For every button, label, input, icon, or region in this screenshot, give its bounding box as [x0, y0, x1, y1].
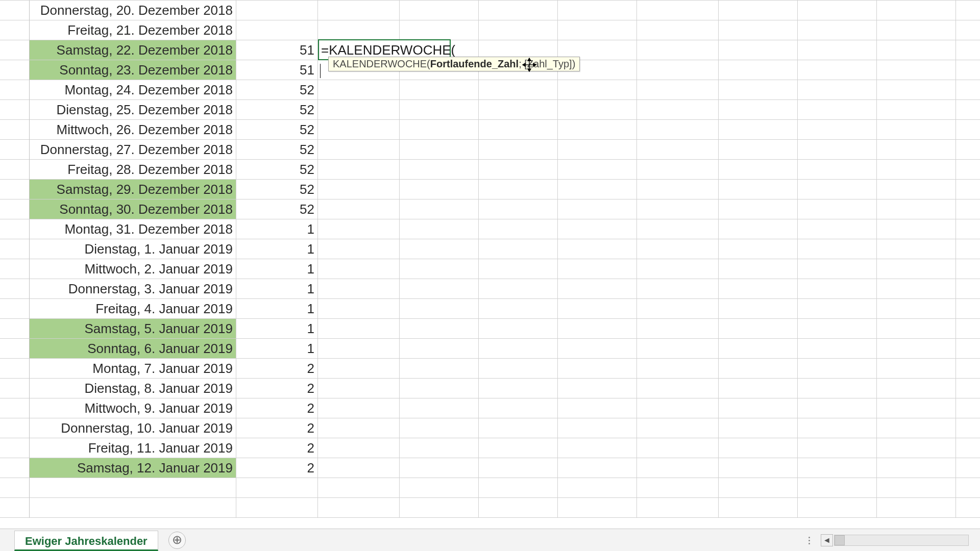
- empty-cell[interactable]: [877, 120, 956, 140]
- empty-cell[interactable]: [400, 458, 479, 478]
- empty-cell[interactable]: [719, 60, 798, 80]
- empty-cell[interactable]: [956, 359, 980, 379]
- empty-cell[interactable]: [877, 418, 956, 438]
- empty-cell[interactable]: [318, 259, 400, 279]
- empty-cell[interactable]: [318, 458, 400, 478]
- date-cell[interactable]: Montag, 24. Dezember 2018: [30, 80, 236, 100]
- empty-cell[interactable]: [798, 458, 877, 478]
- empty-cell[interactable]: [479, 20, 558, 40]
- empty-cell[interactable]: [956, 299, 980, 319]
- empty-cell[interactable]: [798, 418, 877, 438]
- empty-cell[interactable]: [877, 1, 956, 20]
- empty-cell[interactable]: [479, 438, 558, 458]
- empty-cell[interactable]: [637, 319, 719, 339]
- row-header-cell[interactable]: [0, 60, 30, 80]
- date-cell[interactable]: Samstag, 22. Dezember 2018: [30, 40, 236, 60]
- row-header-cell[interactable]: [0, 398, 30, 418]
- empty-cell[interactable]: [877, 160, 956, 180]
- empty-cell[interactable]: [798, 199, 877, 219]
- empty-cell[interactable]: [719, 458, 798, 478]
- date-cell[interactable]: Freitag, 28. Dezember 2018: [30, 160, 236, 180]
- empty-cell[interactable]: [400, 418, 479, 438]
- empty-cell[interactable]: [318, 20, 400, 40]
- empty-cell[interactable]: [558, 219, 637, 239]
- empty-cell[interactable]: [719, 199, 798, 219]
- empty-cell[interactable]: [798, 100, 877, 120]
- week-number-cell[interactable]: 1: [236, 239, 318, 259]
- empty-cell[interactable]: [318, 478, 400, 498]
- empty-cell[interactable]: [479, 339, 558, 359]
- empty-cell[interactable]: [956, 418, 980, 438]
- row-header-cell[interactable]: [0, 160, 30, 180]
- week-number-cell[interactable]: 2: [236, 458, 318, 478]
- row-header-cell[interactable]: [0, 120, 30, 140]
- empty-cell[interactable]: [877, 20, 956, 40]
- row-header-cell[interactable]: [0, 299, 30, 319]
- empty-cell[interactable]: [719, 438, 798, 458]
- row-header-cell[interactable]: [0, 100, 30, 120]
- empty-cell[interactable]: [719, 299, 798, 319]
- empty-cell[interactable]: [798, 40, 877, 60]
- date-cell[interactable]: Mittwoch, 9. Januar 2019: [30, 398, 236, 418]
- empty-cell[interactable]: [637, 438, 719, 458]
- empty-cell[interactable]: [400, 379, 479, 398]
- row-header-cell[interactable]: [0, 418, 30, 438]
- empty-cell[interactable]: [318, 140, 400, 160]
- empty-cell[interactable]: [877, 140, 956, 160]
- row-header-cell[interactable]: [0, 478, 30, 498]
- week-number-cell[interactable]: 52: [236, 140, 318, 160]
- empty-cell[interactable]: [719, 478, 798, 498]
- empty-cell[interactable]: [558, 259, 637, 279]
- empty-cell[interactable]: [479, 319, 558, 339]
- empty-cell[interactable]: [558, 180, 637, 199]
- empty-cell[interactable]: [877, 60, 956, 80]
- empty-cell[interactable]: [877, 379, 956, 398]
- week-number-cell[interactable]: 52: [236, 120, 318, 140]
- empty-cell[interactable]: [479, 498, 558, 518]
- row-header-cell[interactable]: [0, 458, 30, 478]
- empty-cell[interactable]: [479, 398, 558, 418]
- empty-cell[interactable]: [719, 339, 798, 359]
- empty-cell[interactable]: [798, 359, 877, 379]
- empty-cell[interactable]: [877, 259, 956, 279]
- week-number-cell[interactable]: [236, 1, 318, 20]
- empty-cell[interactable]: [400, 239, 479, 259]
- empty-cell[interactable]: [956, 458, 980, 478]
- empty-cell[interactable]: [877, 339, 956, 359]
- empty-cell[interactable]: [558, 199, 637, 219]
- empty-cell[interactable]: [479, 140, 558, 160]
- empty-cell[interactable]: [318, 359, 400, 379]
- empty-cell[interactable]: [558, 359, 637, 379]
- empty-cell[interactable]: [400, 339, 479, 359]
- empty-cell[interactable]: [798, 239, 877, 259]
- empty-cell[interactable]: [877, 498, 956, 518]
- row-header-cell[interactable]: [0, 359, 30, 379]
- empty-cell[interactable]: [400, 319, 479, 339]
- empty-cell[interactable]: [877, 40, 956, 60]
- empty-cell[interactable]: [637, 180, 719, 199]
- empty-cell[interactable]: [400, 140, 479, 160]
- week-number-cell[interactable]: 51: [236, 40, 318, 60]
- empty-cell[interactable]: [956, 80, 980, 100]
- empty-cell[interactable]: [719, 418, 798, 438]
- empty-cell[interactable]: [637, 40, 719, 60]
- empty-cell[interactable]: [719, 1, 798, 20]
- row-header-cell[interactable]: [0, 438, 30, 458]
- empty-cell[interactable]: [400, 120, 479, 140]
- empty-cell[interactable]: [956, 398, 980, 418]
- empty-cell[interactable]: [558, 458, 637, 478]
- empty-cell[interactable]: [877, 279, 956, 299]
- week-number-cell[interactable]: 1: [236, 339, 318, 359]
- empty-cell[interactable]: [400, 1, 479, 20]
- empty-cell[interactable]: [877, 438, 956, 458]
- date-cell[interactable]: [30, 498, 236, 518]
- empty-cell[interactable]: [637, 339, 719, 359]
- empty-cell[interactable]: [558, 478, 637, 498]
- empty-cell[interactable]: [400, 80, 479, 100]
- empty-cell[interactable]: [400, 219, 479, 239]
- date-cell[interactable]: Montag, 31. Dezember 2018: [30, 219, 236, 239]
- empty-cell[interactable]: [479, 418, 558, 438]
- empty-cell[interactable]: [637, 259, 719, 279]
- empty-cell[interactable]: [479, 478, 558, 498]
- empty-cell[interactable]: [956, 239, 980, 259]
